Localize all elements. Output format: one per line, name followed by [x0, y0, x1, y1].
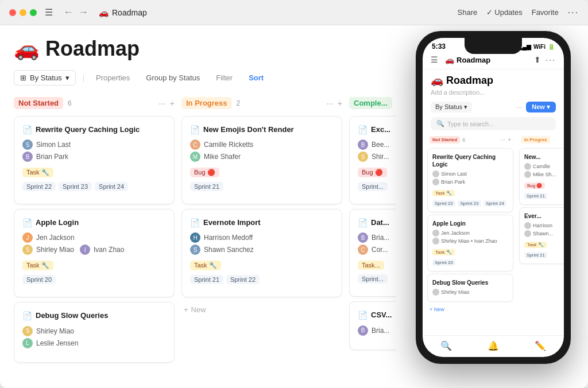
battery-icon: 🔋	[548, 44, 555, 50]
phone-menu-icon[interactable]: ☰	[431, 55, 438, 64]
card-tags: Bug 🔴	[190, 168, 334, 177]
phone-notifications-nav[interactable]: 🔔	[488, 340, 499, 351]
card-sprints: Sprint 21 Sprint 22	[190, 275, 334, 284]
card-sprints: Sprint 22 Sprint 23 Sprint 24	[22, 182, 166, 191]
phone-card-debug: Debug Slow Queries Shirley Miao	[427, 274, 513, 302]
updates-button[interactable]: ✓ Updates	[486, 8, 522, 17]
phone-more-icon[interactable]: ···	[546, 55, 556, 64]
phone-new-button[interactable]: New ▾	[526, 102, 556, 112]
main-content: 🚗 Roadmap ⊞ By Status ▾ | Properties Gro…	[0, 25, 588, 388]
phone-search-nav[interactable]: 🔍	[440, 340, 452, 351]
phone-share-icon[interactable]: ⬆	[534, 55, 541, 64]
card-evernote: 📄 Evernote Import H Harrison Medoff S	[181, 209, 342, 297]
col-label-in-progress: In Progress	[181, 97, 232, 109]
col-actions-not-started: ··· +	[158, 99, 175, 108]
phone-col-header: In Progres	[519, 135, 564, 145]
phone-search-bar[interactable]: 🔍 Type to search...	[431, 117, 556, 130]
wifi-icon: WiFi	[533, 44, 546, 50]
window-title: 🚗 Roadmap	[99, 8, 147, 17]
person-row: S Shir...	[358, 152, 396, 162]
cards-not-started: 📄 Rewrite Query Caching Logic S Simon La…	[14, 116, 175, 383]
person-row: S Shawn Sanchez	[190, 245, 334, 255]
card-sprints: Sprint...	[358, 274, 396, 284]
person-row: M Mike Shafer	[190, 152, 334, 162]
card-title: New Emojis Don't Render	[203, 125, 294, 135]
doc-icon: 📄	[358, 311, 368, 320]
card-sprints: Sprint 20	[22, 275, 166, 284]
minimize-button[interactable]	[20, 9, 26, 16]
person-row: B Bria...	[358, 325, 396, 336]
col-add-icon[interactable]: +	[338, 99, 342, 108]
person-name: Brian Park	[36, 153, 68, 161]
phone-person-name: Shirley Miao	[441, 289, 470, 295]
back-button[interactable]: ←	[62, 6, 75, 18]
new-item-button[interactable]: + New	[181, 302, 342, 317]
phone-new-item[interactable]: + New	[427, 304, 513, 315]
person-row: B Brian Park	[22, 152, 166, 162]
favorite-button[interactable]: Favorite	[532, 8, 559, 17]
cards-complete: 📄 Exc... B Bee... S Shir...	[349, 116, 396, 383]
phone-col-not-started: Not Started 6 ··· + Rewrite Query Cachin…	[427, 135, 513, 335]
col-header-not-started: Not Started 6 ··· +	[14, 95, 175, 111]
doc-icon: 📄	[358, 218, 368, 227]
phone-card-apple: Apple Login Jen Jackson Shirley Miao • I…	[427, 215, 513, 271]
col-more-icon[interactable]: ···	[158, 99, 165, 108]
cards-in-progress: 📄 New Emojis Don't Render C Camille Rick…	[181, 116, 342, 383]
sprint-tag: Sprint 21	[190, 182, 223, 191]
col-add-icon[interactable]: +	[170, 99, 175, 108]
sort-button[interactable]: Sort	[244, 71, 268, 85]
col-header-complete: Comple...	[349, 95, 396, 111]
person-row: J Jen Jackson	[22, 232, 166, 243]
phone-card-rewrite: Rewrite Query Caching Logic Simon Last B…	[427, 148, 513, 212]
titlebar: ☰ ← → 🚗 Roadmap Share ✓ Updates Favorite…	[0, 0, 588, 25]
group-by-status-button[interactable]: Group by Status	[141, 71, 204, 85]
share-button[interactable]: Share	[458, 8, 478, 17]
card-tags: Task...	[358, 261, 396, 270]
phone-person-name: Shawn...	[533, 231, 553, 236]
phone-more-options[interactable]: ···	[516, 104, 521, 111]
forward-button[interactable]: →	[77, 6, 90, 18]
close-button[interactable]	[9, 9, 16, 16]
phone-avatar	[524, 230, 531, 237]
maximize-button[interactable]	[30, 9, 37, 16]
avatar: H	[190, 232, 200, 243]
col-more-icon[interactable]: ···	[326, 99, 333, 108]
chevron-down-icon: ▾	[65, 73, 69, 82]
card-sprints: Sprint 21	[190, 182, 334, 191]
phone-status-button[interactable]: By Status ▾	[431, 102, 472, 112]
person-row: C Camille Ricketts	[190, 139, 334, 150]
doc-icon: 📄	[22, 125, 32, 134]
menu-icon[interactable]: ☰	[45, 7, 53, 18]
card-people: B Bee... S Shir...	[358, 139, 396, 162]
phone-kanban: Not Started 6 ··· + Rewrite Query Cachin…	[423, 135, 564, 335]
toolbar-divider: |	[83, 73, 84, 82]
person-name: Shirley Miao	[36, 327, 74, 335]
avatar: I	[80, 245, 90, 255]
page-emoji: 🚗	[14, 37, 40, 61]
card-people: S Shirley Miao L Leslie Jensen	[22, 326, 166, 348]
phone-person: Shirley Miao • Ivan Zhao	[432, 238, 508, 245]
phone-heading: 🚗 Roadmap	[423, 69, 564, 89]
group-by-button[interactable]: ⊞ By Status ▾	[14, 70, 76, 86]
phone-col-header: Not Started 6 ··· +	[427, 135, 513, 145]
phone-col-more[interactable]: ···	[501, 137, 505, 143]
phone-card-title: Debug Slow Queries	[432, 279, 508, 286]
person-name: Shawn Sanchez	[204, 246, 254, 254]
phone-title-emoji: 🚗	[445, 56, 454, 64]
phone-person-name: Mike Sh...	[533, 172, 556, 177]
card-debug-slow: 📄 Debug Slow Queries S Shirley Miao L	[14, 302, 175, 362]
phone-col-add[interactable]: +	[508, 137, 511, 143]
avatar: S	[190, 245, 200, 255]
card-people: B Bria...	[358, 325, 396, 336]
col-count-not-started: 6	[68, 99, 72, 107]
avatar: J	[22, 232, 33, 243]
person-name: Bria...	[372, 234, 389, 242]
tag-bug: Bug 🔴	[190, 168, 219, 177]
card-people: B Bria... C Cor...	[358, 232, 396, 255]
properties-button[interactable]: Properties	[91, 71, 134, 85]
filter-button[interactable]: Filter	[211, 71, 237, 85]
phone-compose-nav[interactable]: ✏️	[535, 340, 546, 351]
kanban-panel: 🚗 Roadmap ⊞ By Status ▾ | Properties Gro…	[0, 25, 410, 388]
title-text: Roadmap	[112, 8, 147, 17]
more-button[interactable]: ···	[568, 7, 579, 18]
